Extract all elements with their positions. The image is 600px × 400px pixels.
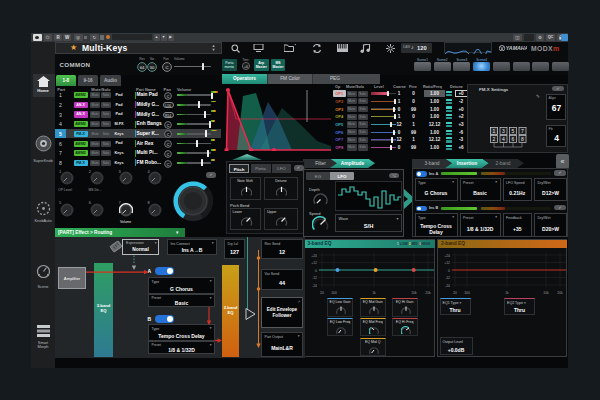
svg-text:-12: -12 (312, 276, 317, 280)
svg-text:-24: -24 (445, 284, 450, 288)
svg-text:100: 100 (464, 291, 470, 295)
svg-text:100: 100 (331, 291, 337, 295)
svg-text:+12: +12 (444, 261, 450, 265)
svg-text:+12: +12 (311, 261, 317, 265)
svg-text:YAMAHA: YAMAHA (506, 45, 527, 51)
svg-text:C: C (167, 123, 170, 127)
svg-text:8: 8 (521, 136, 524, 142)
svg-text:C: C (167, 133, 170, 137)
svg-text:C: C (167, 143, 170, 147)
svg-text:C: C (167, 94, 170, 98)
svg-text:20: 20 (320, 291, 324, 295)
svg-text:1k: 1k (505, 291, 509, 295)
svg-text:20: 20 (453, 291, 457, 295)
svg-text:7: 7 (521, 128, 524, 134)
svg-text:C: C (167, 152, 170, 156)
svg-text:+0: +0 (244, 65, 248, 69)
svg-text:-24: -24 (312, 284, 317, 288)
svg-text:C: C (167, 162, 170, 166)
svg-text:3: 3 (502, 128, 505, 134)
svg-text:4: 4 (502, 136, 505, 142)
svg-text:10k: 10k (543, 291, 549, 295)
svg-text:2: 2 (493, 136, 496, 142)
svg-text:1k: 1k (372, 291, 376, 295)
svg-text:+24: +24 (311, 254, 317, 258)
svg-text:20k: 20k (425, 291, 431, 295)
svg-text:10k: 10k (411, 291, 417, 295)
svg-text:C: C (165, 64, 168, 69)
svg-text:50: 50 (150, 64, 155, 69)
svg-text:0: 0 (315, 269, 317, 273)
svg-text:0: 0 (448, 269, 450, 273)
svg-text:+24: +24 (444, 254, 450, 258)
svg-text:5: 5 (512, 128, 515, 134)
svg-text:6: 6 (512, 136, 515, 142)
svg-text:-12: -12 (445, 276, 450, 280)
svg-text:1: 1 (493, 128, 496, 134)
svg-text:64: 64 (140, 64, 145, 69)
svg-text:20k: 20k (557, 291, 563, 295)
